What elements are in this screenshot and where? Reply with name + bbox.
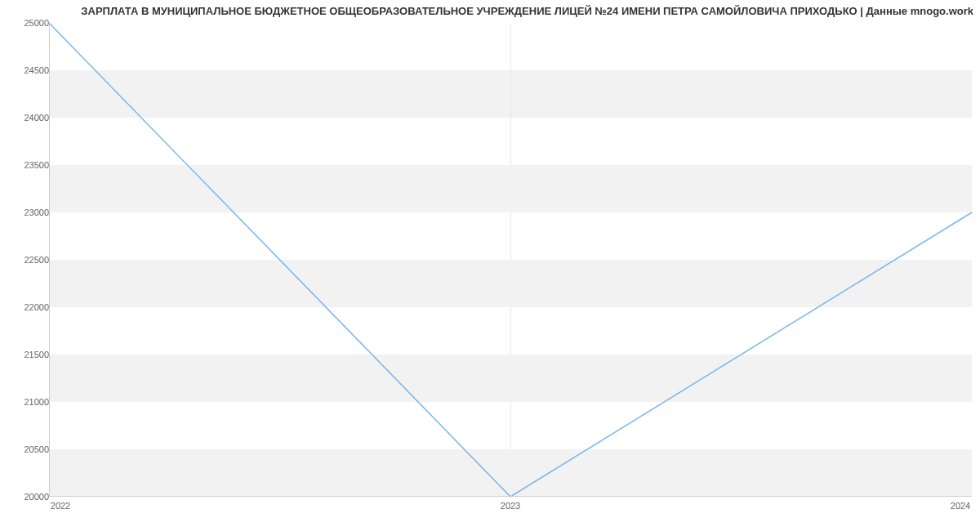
y-tick-label: 20000 (8, 492, 49, 502)
x-tick-label: 2022 (51, 501, 70, 511)
x-tick-label: 2023 (501, 501, 520, 511)
y-tick-label: 20500 (8, 444, 49, 454)
y-tick-label: 22500 (8, 255, 49, 265)
line-series (49, 23, 972, 497)
chart-container: ЗАРПЛАТА В МУНИЦИПАЛЬНОЕ БЮДЖЕТНОЕ ОБЩЕО… (0, 0, 980, 531)
chart-title: ЗАРПЛАТА В МУНИЦИПАЛЬНОЕ БЮДЖЕТНОЕ ОБЩЕО… (0, 5, 973, 17)
y-tick-label: 25000 (8, 18, 49, 28)
y-tick-label: 21000 (8, 397, 49, 407)
y-axis-line (49, 23, 50, 497)
y-tick-label: 23500 (8, 160, 49, 170)
y-tick-label: 21500 (8, 350, 49, 359)
y-tick-label: 24500 (8, 65, 49, 75)
x-axis-line (49, 496, 972, 497)
y-tick-label: 24000 (8, 113, 49, 123)
y-tick-label: 23000 (8, 207, 49, 217)
x-tick-label: 2024 (951, 501, 970, 511)
y-tick-label: 22000 (8, 302, 49, 312)
plot-area (49, 23, 972, 497)
